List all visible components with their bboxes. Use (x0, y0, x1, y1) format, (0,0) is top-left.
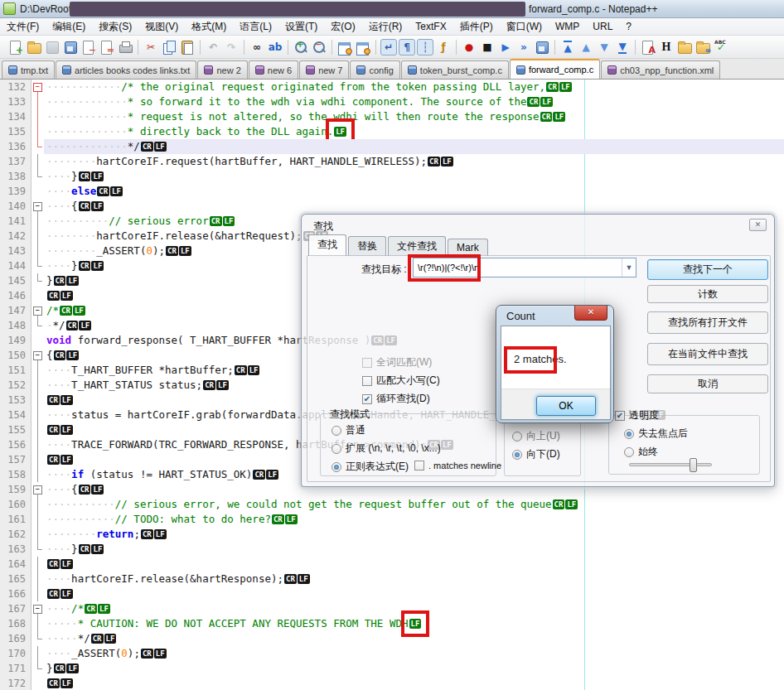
word-wrap-icon[interactable]: ↵ (380, 39, 397, 55)
code-text[interactable]: ·············* directly back to the DLL … (44, 124, 784, 139)
fold-collapse-icon[interactable] (31, 482, 44, 497)
find-in-current-file-button[interactable]: 在当前文件中查找 (647, 343, 768, 365)
zoom-in-icon[interactable]: + (293, 39, 309, 55)
zoom-out-icon[interactable]: − (311, 39, 327, 55)
menu-item-2[interactable]: 搜索(S) (92, 18, 138, 36)
spell-check-icon[interactable]: ✓ (713, 39, 729, 55)
fold-collapse-icon[interactable] (31, 348, 44, 363)
code-text[interactable]: ····}CRLF (44, 542, 784, 557)
menu-item-8[interactable]: 运行(R) (362, 18, 409, 36)
menu-item-1[interactable]: 编辑(E) (46, 18, 92, 36)
close-icon[interactable]: ✕ (749, 219, 767, 231)
code-text[interactable]: ·····*/CRLF (44, 631, 784, 646)
code-text[interactable]: ·············* request is not altered, s… (44, 109, 784, 124)
goto-prev-icon[interactable]: ▲ (578, 39, 594, 55)
replace-icon[interactable]: ab (267, 39, 283, 55)
code-text[interactable]: }CRLF (44, 661, 784, 676)
code-text[interactable]: ····{CRLF (44, 199, 784, 214)
goto-last-icon[interactable]: ▼ (614, 39, 631, 55)
code-text[interactable]: ·····* CAUTION: WE DO NOT ACCEPT ANY REQ… (44, 616, 784, 631)
save-macro-icon[interactable] (534, 39, 550, 55)
tab-find[interactable]: 查找 (308, 234, 346, 256)
code-text[interactable]: CRLF (44, 676, 784, 690)
show-all-characters-icon[interactable]: ¶ (399, 39, 415, 55)
find-what-combobox[interactable]: \r(?!\n)|(?<!\r)\n ▼ (413, 258, 636, 277)
open-folder-icon[interactable] (26, 39, 42, 55)
folder-link-icon[interactable]: ∞ (694, 39, 711, 55)
find-next-button[interactable]: 查找下一个 (647, 259, 768, 280)
sync-scroll-vertical-icon[interactable] (336, 39, 353, 55)
close-icon[interactable]: ✕ (574, 306, 607, 321)
on-lose-focus-radio[interactable]: 失去焦点后 (624, 427, 688, 441)
cancel-button[interactable]: 取消 (647, 374, 768, 393)
fold-collapse-icon[interactable] (31, 303, 44, 318)
record-macro-icon[interactable]: ● (461, 39, 477, 55)
document-tab-config[interactable]: config (350, 60, 399, 79)
matches-newline-checkbox[interactable]: . matches newline (414, 461, 501, 470)
fold-collapse-icon[interactable] (31, 80, 44, 94)
menu-item-13[interactable]: URL (586, 19, 619, 34)
sync-scroll-horizontal-icon[interactable] (355, 39, 371, 55)
tab-find-in-files[interactable]: 文件查找 (388, 236, 446, 256)
slider-thumb[interactable] (690, 458, 697, 472)
code-text[interactable]: ····/*CRLF (44, 601, 784, 616)
fold-collapse-icon[interactable] (31, 601, 44, 616)
menu-item-6[interactable]: 设置(T) (278, 18, 324, 36)
always-radio[interactable]: 始终 (624, 445, 658, 459)
direction-down-radio[interactable]: 向下(D) (512, 447, 560, 461)
code-text[interactable]: ····}CRLF (44, 169, 784, 184)
document-tab-new-7[interactable]: new 7 (299, 60, 349, 79)
transparency-checkbox[interactable]: ✔ 透明度 (615, 408, 659, 422)
indent-guide-icon[interactable]: ┆ (417, 39, 433, 55)
doc-check-icon[interactable]: A (640, 39, 656, 55)
ok-button[interactable]: OK (536, 396, 596, 416)
menu-item-0[interactable]: 文件(F) (0, 18, 46, 36)
code-text[interactable]: ···········// TODO: what to do here?CRLF (44, 512, 784, 527)
code-text[interactable]: ········return;CRLF (44, 527, 784, 542)
menu-item-9[interactable]: TextFX (409, 19, 452, 34)
menu-item-3[interactable]: 视图(V) (138, 18, 185, 36)
goto-first-icon[interactable]: ▲ (559, 39, 576, 55)
match-case-checkbox[interactable]: 匹配大小写(C) (362, 374, 440, 388)
menu-item-11[interactable]: 窗口(W) (500, 18, 549, 36)
mode-normal-radio[interactable]: 普通 (332, 423, 365, 437)
goto-next-icon[interactable]: ▼ (596, 39, 612, 55)
stop-macro-icon[interactable]: ■ (479, 39, 496, 55)
print-icon[interactable] (117, 39, 133, 55)
html-h-icon[interactable]: H (658, 39, 675, 55)
mode-regex-radio[interactable]: 正则表达式(E) (332, 460, 409, 474)
menu-item-14[interactable]: ? (619, 19, 638, 34)
menu-item-10[interactable]: 插件(P) (453, 18, 500, 36)
document-tab-new-2[interactable]: new 2 (197, 60, 247, 79)
direction-up-radio[interactable]: 向上(U) (512, 429, 560, 443)
code-text[interactable]: ····elseCRLF (44, 184, 784, 199)
menu-item-12[interactable]: WMP (549, 19, 586, 34)
close-icon[interactable]: − (80, 39, 97, 55)
menu-item-7[interactable]: 宏(O) (324, 18, 361, 36)
code-text[interactable]: ·············* so forward it to the wdh … (44, 94, 784, 109)
mode-extended-radio[interactable]: 扩展 (\n, \r, \t, \0, \x...) (332, 442, 441, 456)
menu-item-5[interactable]: 语言(L) (233, 18, 278, 36)
chevron-down-icon[interactable]: ▼ (622, 258, 636, 277)
transparency-slider[interactable] (629, 463, 712, 466)
document-tab-new-6[interactable]: new 6 (249, 60, 298, 79)
document-tab-ch03-npp-function-xml[interactable]: ch03_npp_function.xml (601, 60, 720, 79)
code-text[interactable]: ·············*/CRLF (44, 139, 784, 154)
document-tab-forward-comp-c[interactable]: forward_comp.c (510, 59, 600, 79)
code-text[interactable]: CRLF (44, 557, 784, 572)
whole-word-checkbox[interactable]: 全词匹配(W) (362, 355, 432, 369)
code-text[interactable]: ········hartCoreIF.request(hartBuffer, H… (44, 154, 784, 169)
copy-icon[interactable] (161, 39, 177, 55)
play-macro-icon[interactable]: ▶ (497, 39, 514, 55)
save-all-icon[interactable] (62, 39, 79, 55)
code-text[interactable]: ············/* the original request orig… (44, 80, 784, 94)
cut-icon[interactable]: ✂ (143, 39, 159, 55)
function-completion-icon[interactable]: ƒ (435, 39, 452, 55)
tab-mark[interactable]: Mark (448, 239, 488, 256)
count-button[interactable]: 计数 (647, 285, 768, 303)
document-tab-token-burst-comp-c[interactable]: token_burst_comp.c (401, 60, 509, 79)
code-text[interactable]: ····_ASSERT(0);CRLF (44, 646, 784, 661)
fold-collapse-icon[interactable] (31, 199, 44, 214)
paste-icon[interactable] (179, 39, 196, 55)
tab-replace[interactable]: 替换 (348, 236, 386, 256)
